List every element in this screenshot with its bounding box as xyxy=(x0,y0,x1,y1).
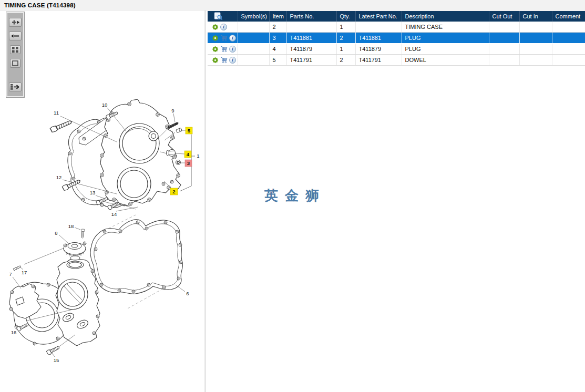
callout-1: 1 xyxy=(197,153,199,159)
col-cut-out: Cut Out xyxy=(489,11,519,22)
vendor-watermark: 英金狮 xyxy=(264,187,326,205)
info-icon[interactable]: i xyxy=(229,57,236,64)
cell-cut-out xyxy=(489,22,519,33)
toggle-list-button[interactable] xyxy=(9,82,22,91)
title-bar: TIMING CASE (T414398) xyxy=(0,0,585,11)
gasket-part xyxy=(90,220,183,294)
cell-cut-out xyxy=(489,33,519,44)
cell-description: PLUG xyxy=(402,44,489,55)
settings-gear-icon[interactable] xyxy=(212,57,219,64)
epc-parts-viewer: { "window": { "title": "TIMING CASE (T41… xyxy=(0,0,585,392)
cell-symbols xyxy=(238,33,269,44)
cell-parts-no: T411791 xyxy=(286,55,336,66)
col-latest-part-no: Latest Part No. xyxy=(355,11,402,22)
callout-9: 9 xyxy=(171,108,174,114)
diagram-toolbar xyxy=(6,12,25,98)
parts-table: Symbol(s) Item Parts No. Qty. Latest Par… xyxy=(208,11,585,66)
callout-16: 16 xyxy=(11,329,17,335)
list-arrow-icon xyxy=(9,83,21,91)
add-to-cart-icon[interactable] xyxy=(220,35,228,42)
callout-3-highlighted[interactable]: 3 xyxy=(185,160,192,167)
cell-latest-part-no: T411879 xyxy=(355,44,402,55)
callout-18: 18 xyxy=(68,223,74,229)
info-icon[interactable]: i xyxy=(229,35,236,42)
col-symbols: Symbol(s) xyxy=(238,11,269,22)
col-cut-in: Cut In xyxy=(519,11,552,22)
cell-description: DOWEL xyxy=(402,55,489,66)
callout-14: 14 xyxy=(111,211,117,217)
cell-latest-part-no xyxy=(355,22,402,33)
cell-symbols xyxy=(238,55,269,66)
cell-latest-part-no: T411791 xyxy=(355,55,402,66)
cell-actions: i xyxy=(208,33,238,44)
callout-17: 17 xyxy=(22,270,27,275)
callout-15: 15 xyxy=(54,357,59,363)
table-header-row: Symbol(s) Item Parts No. Qty. Latest Par… xyxy=(208,11,585,22)
square-icon xyxy=(11,59,19,67)
settings-gear-icon[interactable] xyxy=(212,35,219,42)
cell-comment xyxy=(552,55,585,66)
panel-divider xyxy=(204,10,206,392)
callout-5-highlighted[interactable]: 5 xyxy=(186,127,192,134)
zoom-in-button[interactable] xyxy=(9,18,22,27)
page-title: TIMING CASE (T414398) xyxy=(0,2,76,8)
table-row[interactable]: i 4 T411879 1 T411879 PLUG xyxy=(208,44,585,55)
col-comment: Comment xyxy=(552,11,585,22)
cell-cut-out xyxy=(489,44,519,55)
add-to-cart-icon[interactable] xyxy=(220,57,228,64)
col-description: Description xyxy=(402,11,489,22)
cell-cut-in xyxy=(519,44,552,55)
table-row[interactable]: i 3 T411881 2 T411881 PLUG xyxy=(208,33,585,44)
table-row[interactable]: i 2 1 TIMING CASE xyxy=(208,22,585,33)
oil-filler-cap-part xyxy=(64,242,86,260)
table-row[interactable]: i 5 T411791 2 T411791 DOWEL xyxy=(208,55,585,66)
cell-actions: i xyxy=(208,44,238,55)
callout-2-highlighted[interactable]: 2 xyxy=(170,188,178,195)
cell-cut-in xyxy=(519,33,552,44)
cell-description: PLUG xyxy=(402,33,489,44)
header-picture-search xyxy=(208,11,238,22)
callout-4-highlighted[interactable]: 4 xyxy=(184,151,191,158)
cell-description: TIMING CASE xyxy=(402,22,489,33)
cell-actions: i xyxy=(208,22,238,33)
zoom-out-icon xyxy=(9,32,21,40)
cell-qty: 2 xyxy=(336,33,355,44)
cell-latest-part-no: T411881 xyxy=(355,33,402,44)
col-item: Item xyxy=(269,11,286,22)
cell-symbols xyxy=(238,44,269,55)
callout-7: 7 xyxy=(9,271,12,277)
callout-12: 12 xyxy=(56,174,62,180)
col-parts-no: Parts No. xyxy=(286,11,336,22)
cell-item: 5 xyxy=(269,55,286,66)
svg-text:4: 4 xyxy=(187,151,190,157)
info-icon[interactable]: i xyxy=(220,24,227,30)
settings-gear-icon[interactable] xyxy=(212,46,219,53)
cell-item: 4 xyxy=(269,44,286,55)
exploded-parts-diagram: 10 11 9 12 13 14 18 8 17 7 16 15 6 1 5 4… xyxy=(0,0,205,392)
cell-qty: 2 xyxy=(336,55,355,66)
callout-10: 10 xyxy=(102,102,108,108)
callout-8: 8 xyxy=(55,230,57,236)
picture-search-icon xyxy=(214,12,223,20)
cell-parts-no xyxy=(286,22,336,33)
cell-item: 3 xyxy=(269,33,286,44)
frame-view-button[interactable] xyxy=(10,59,20,68)
cell-symbols xyxy=(238,22,269,33)
zoom-out-button[interactable] xyxy=(9,32,22,40)
tiles-icon xyxy=(11,46,19,54)
settings-gear-icon[interactable] xyxy=(212,24,219,30)
cell-parts-no: T411881 xyxy=(286,33,336,44)
svg-text:2: 2 xyxy=(172,189,175,194)
col-qty: Qty. xyxy=(336,11,355,22)
callout-6: 6 xyxy=(186,291,189,296)
info-icon[interactable]: i xyxy=(229,46,236,53)
cell-qty: 1 xyxy=(336,44,355,55)
cell-qty: 1 xyxy=(336,22,355,33)
cell-cut-out xyxy=(489,55,519,66)
tile-view-button[interactable] xyxy=(10,45,20,54)
cell-comment xyxy=(552,22,585,33)
add-to-cart-icon[interactable] xyxy=(220,46,228,53)
cell-comment xyxy=(552,33,585,44)
svg-text:5: 5 xyxy=(188,128,191,133)
zoom-in-icon xyxy=(9,18,21,26)
